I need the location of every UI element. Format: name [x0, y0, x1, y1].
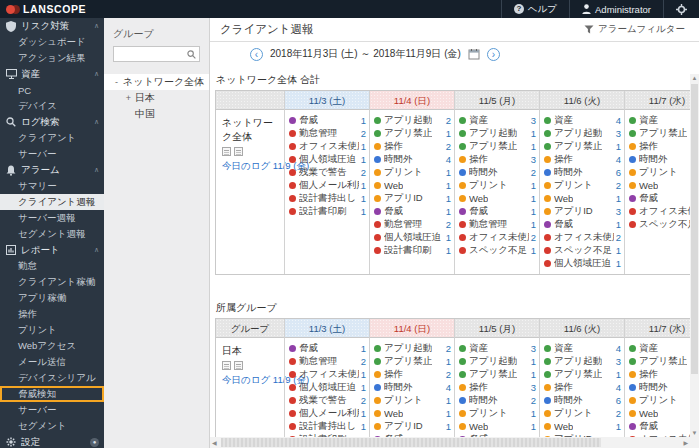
sidebar-item-PC[interactable]: PC [0, 82, 104, 98]
alarm-count[interactable]: 1 [614, 258, 621, 269]
horizontal-scroll-thumb[interactable] [221, 438, 601, 447]
alarm-count[interactable]: 1 [529, 128, 536, 139]
alarm-count[interactable]: 2 [359, 356, 366, 367]
alarm-count[interactable]: 1 [529, 245, 536, 256]
alarm-count[interactable]: 2 [444, 115, 451, 126]
alarm-count[interactable]: 1 [444, 206, 451, 217]
alarm-count[interactable]: 6 [614, 395, 621, 406]
alarm-count[interactable]: 1 [444, 245, 451, 256]
sidebar-item-勤怠[interactable]: 勤怠 [0, 258, 104, 274]
user-menu[interactable]: Administrator [569, 0, 663, 18]
alarm-count[interactable]: 3 [614, 356, 621, 367]
tree-node-日本[interactable]: +日本 [104, 90, 209, 106]
alarm-count[interactable]: 1 [614, 219, 621, 230]
sidebar-item-デバイス[interactable]: デバイス [0, 98, 104, 114]
alarm-count[interactable]: 1 [444, 193, 451, 204]
today-log-link[interactable]: 今日のログ 11/9 (金) [222, 160, 281, 173]
alarm-count[interactable]: 1 [444, 232, 451, 243]
alarm-count[interactable]: 1 [444, 356, 451, 367]
alarm-count[interactable]: 1 [359, 421, 366, 432]
alarm-count[interactable]: 4 [614, 382, 621, 393]
calendar-mini-icon[interactable] [222, 361, 231, 370]
sidebar-section-レポート[interactable]: レポート∧ [0, 242, 104, 258]
alarm-count[interactable]: 4 [614, 115, 621, 126]
sidebar-item-セグメント[interactable]: セグメント [0, 418, 104, 434]
sidebar-item-セグメント週報[interactable]: セグメント週報 [0, 226, 104, 242]
today-log-link[interactable]: 今日のログ 11/9 (金) [222, 374, 281, 387]
alarm-count[interactable]: 3 [529, 115, 536, 126]
alarm-count[interactable]: 1 [359, 180, 366, 191]
alarm-count[interactable]: 1 [444, 408, 451, 419]
alarm-count[interactable]: 1 [444, 128, 451, 139]
alarm-count[interactable]: 2 [614, 408, 621, 419]
sidebar-item-デバイスシリアル[interactable]: デバイスシリアル [0, 370, 104, 386]
alarm-count[interactable]: 3 [529, 382, 536, 393]
alarm-count[interactable]: 1 [614, 141, 621, 152]
alarm-count[interactable]: 3 [614, 206, 621, 217]
alarm-count[interactable]: 2 [614, 232, 621, 243]
sidebar-item-サーバー[interactable]: サーバー [0, 146, 104, 162]
scroll-right-icon[interactable]: ▶ [681, 439, 690, 446]
alarm-count[interactable]: 1 [529, 408, 536, 419]
alarm-count[interactable]: 4 [444, 154, 451, 165]
alarm-count[interactable]: 1 [444, 421, 451, 432]
alarm-count[interactable]: 4 [444, 382, 451, 393]
alarm-count[interactable]: 1 [444, 180, 451, 191]
alarm-count[interactable]: 4 [614, 154, 621, 165]
sidebar-item-アプリ稼働[interactable]: アプリ稼働 [0, 290, 104, 306]
alarm-count[interactable]: 2 [444, 141, 451, 152]
sidebar-collapse-badge[interactable]: ● [90, 438, 99, 447]
sidebar-section-資産[interactable]: 資産∧ [0, 66, 104, 82]
alarm-count[interactable]: 1 [529, 141, 536, 152]
alarm-count[interactable]: 2 [529, 232, 536, 243]
alarm-count[interactable]: 1 [614, 245, 621, 256]
scroll-up-icon[interactable]: ▲ [690, 75, 699, 81]
sidebar-item-プリント[interactable]: プリント [0, 322, 104, 338]
sidebar-section-アラーム[interactable]: アラーム∧ [0, 162, 104, 178]
alarm-count[interactable]: 3 [614, 128, 621, 139]
alarm-count[interactable]: 3 [529, 343, 536, 354]
sidebar-item-操作[interactable]: 操作 [0, 306, 104, 322]
alarm-count[interactable]: 1 [359, 382, 366, 393]
sidebar-item-クライアント稼働[interactable]: クライアント稼働 [0, 274, 104, 290]
next-week-button[interactable]: › [487, 48, 500, 61]
alarm-count[interactable]: 1 [614, 193, 621, 204]
alarm-count[interactable]: 1 [614, 369, 621, 380]
alarm-count[interactable]: 2 [444, 369, 451, 380]
calendar-mini-icon[interactable] [222, 147, 231, 156]
alarm-count[interactable]: 1 [359, 193, 366, 204]
sidebar-section-リスク対策[interactable]: リスク対策∧ [0, 18, 104, 34]
alarm-count[interactable]: 2 [359, 128, 366, 139]
alarm-count[interactable]: 1 [444, 395, 451, 406]
sidebar-item-サーバー週報[interactable]: サーバー週報 [0, 210, 104, 226]
alarm-count[interactable]: 1 [359, 141, 366, 152]
alarm-count[interactable]: 2 [614, 180, 621, 191]
alarm-count[interactable]: 2 [444, 343, 451, 354]
scroll-down-icon[interactable]: ▼ [690, 430, 699, 436]
help-button[interactable]: ? ヘルプ [501, 0, 569, 18]
prev-week-button[interactable]: ‹ [250, 48, 263, 61]
export-mini-icon[interactable] [234, 147, 243, 156]
alarm-count[interactable]: 1 [359, 408, 366, 419]
sidebar-item-サーバー[interactable]: サーバー [0, 402, 104, 418]
sidebar-section-ログ検索[interactable]: ログ検索∧ [0, 114, 104, 130]
calendar-icon[interactable] [468, 48, 480, 60]
sidebar-item-クライアント[interactable]: クライアント [0, 130, 104, 146]
alarm-count[interactable]: 1 [444, 167, 451, 178]
horizontal-scrollbar[interactable]: ◀ ▶ [210, 437, 690, 448]
alarm-count[interactable]: 1 [529, 421, 536, 432]
alarm-count[interactable]: 1 [529, 356, 536, 367]
collapse-icon[interactable]: - [112, 77, 121, 87]
sidebar-item-メール送信[interactable]: メール送信 [0, 354, 104, 370]
group-search-input[interactable] [117, 49, 187, 59]
vertical-scroll-thumb[interactable] [691, 84, 698, 374]
alarm-count[interactable]: 2 [444, 219, 451, 230]
alarm-count[interactable]: 1 [359, 369, 366, 380]
alarm-count[interactable]: 2 [359, 395, 366, 406]
tree-node-中国[interactable]: 中国 [104, 106, 209, 122]
sidebar-item-サマリー[interactable]: サマリー [0, 178, 104, 194]
alarm-count[interactable]: 1 [529, 219, 536, 230]
sidebar-section-設定[interactable]: 設定● [0, 434, 104, 448]
alarm-count[interactable]: 1 [359, 115, 366, 126]
sidebar-item-Webアクセス[interactable]: Webアクセス [0, 338, 104, 354]
